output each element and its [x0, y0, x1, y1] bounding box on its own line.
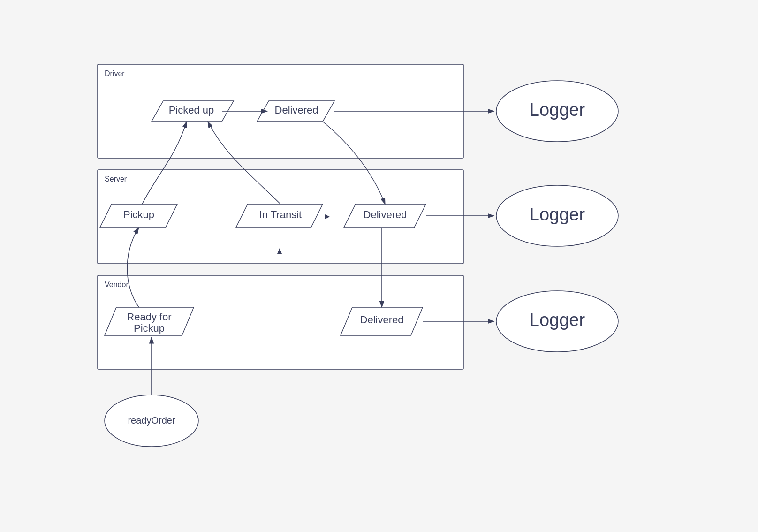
driver-pickedup-label: Picked up	[169, 104, 214, 116]
server-pickup-label: Pickup	[123, 209, 154, 220]
driver-delivered-label: Delivered	[275, 104, 318, 116]
server-intransit-label: In Transit	[259, 209, 302, 220]
logger-driver-label: Logger	[530, 100, 585, 120]
diagram-container: Driver Server Vendor Picked up Delivered…	[51, 31, 707, 501]
vendor-readyforpickup-label-line1: Ready for	[127, 311, 171, 323]
server-delivered-label: Delivered	[364, 209, 407, 220]
driver-lane-label: Driver	[105, 69, 125, 77]
vendor-delivered-label: Delivered	[360, 314, 404, 326]
readyorder-label: readyOrder	[128, 415, 175, 426]
logger-vendor-label: Logger	[530, 310, 585, 330]
server-lane-label: Server	[105, 175, 127, 183]
logger-server-label: Logger	[530, 205, 585, 224]
vendor-readyforpickup-label-line2: Pickup	[134, 322, 165, 334]
vendor-lane-label: Vendor	[105, 281, 129, 289]
